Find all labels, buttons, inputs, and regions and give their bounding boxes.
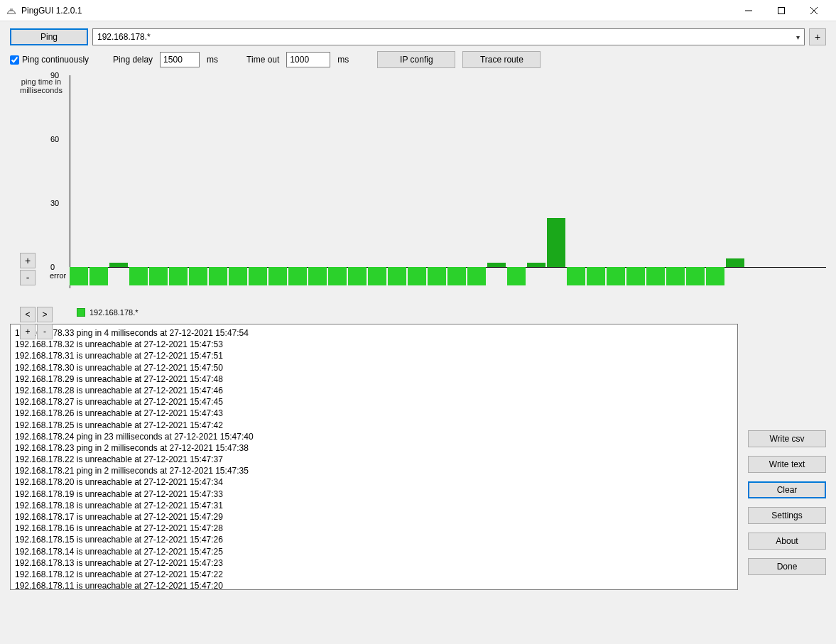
ping-bar xyxy=(408,267,426,285)
log-line[interactable]: 192.168.178.11 is unreachable at 27-12-2… xyxy=(15,580,733,590)
ping-bar xyxy=(209,267,227,285)
write-text-button[interactable]: Write text xyxy=(748,456,826,473)
log-listbox[interactable]: 192.168.178.33 ping in 4 milliseconds at… xyxy=(10,324,738,590)
ping-bar xyxy=(487,263,506,267)
ping-bar xyxy=(646,267,665,285)
log-line[interactable]: 192.168.178.13 is unreachable at 27-12-2… xyxy=(15,557,733,569)
window-title: PingGUI 1.2.0.1 xyxy=(21,6,82,16)
y-tick: 30 xyxy=(50,199,59,207)
log-line[interactable]: 192.168.178.26 is unreachable at 27-12-2… xyxy=(15,408,733,419)
legend-label: 192.168.178.* xyxy=(89,308,139,317)
address-combobox[interactable]: ▾ xyxy=(92,28,805,45)
titlebar: PingGUI 1.2.0.1 xyxy=(0,0,836,21)
log-line[interactable]: 192.168.178.24 ping in 23 milliseconds a… xyxy=(15,431,733,442)
log-line[interactable]: 192.168.178.33 ping in 4 milliseconds at… xyxy=(15,327,733,339)
ping-bar xyxy=(229,267,247,285)
ping-continuously-label: Ping continuously xyxy=(22,55,89,65)
log-line[interactable]: 192.168.178.17 is unreachable at 27-12-2… xyxy=(15,511,733,523)
log-line[interactable]: 192.168.178.27 is unreachable at 27-12-2… xyxy=(15,396,733,408)
log-line[interactable]: 192.168.178.15 is unreachable at 27-12-2… xyxy=(15,534,733,545)
log-line[interactable]: 192.168.178.29 is unreachable at 27-12-2… xyxy=(15,373,733,385)
ping-bar xyxy=(89,267,108,285)
ip-config-button[interactable]: IP config xyxy=(377,51,455,68)
ping-continuously-checkbox[interactable]: Ping continuously xyxy=(10,55,89,65)
log-line[interactable]: 192.168.178.12 is unreachable at 27-12-2… xyxy=(15,569,733,580)
ping-bar xyxy=(189,267,207,285)
ping-delay-label: Ping delay xyxy=(113,55,153,65)
close-button[interactable] xyxy=(798,0,830,21)
timeout-label: Time out xyxy=(246,55,279,65)
ping-bar xyxy=(268,267,287,285)
trace-route-button[interactable]: Trace route xyxy=(462,51,541,68)
log-line[interactable]: 192.168.178.28 is unreachable at 27-12-2… xyxy=(15,385,733,396)
ping-bar xyxy=(686,267,705,285)
ping-bar xyxy=(129,267,148,285)
ping-continuously-input[interactable] xyxy=(10,55,19,65)
scroll-right-button[interactable]: > xyxy=(37,307,53,322)
chevron-down-icon[interactable]: ▾ xyxy=(791,29,804,45)
ping-bar xyxy=(249,267,267,285)
ping-bar xyxy=(328,267,347,285)
ping-bar xyxy=(607,267,625,285)
log-line[interactable]: 192.168.178.20 is unreachable at 27-12-2… xyxy=(15,476,733,488)
minimize-button[interactable] xyxy=(732,0,765,21)
ping-bar xyxy=(447,267,466,285)
log-line[interactable]: 192.168.178.31 is unreachable at 27-12-2… xyxy=(15,350,733,361)
ms-label-2: ms xyxy=(337,55,349,65)
y-tick: 90 xyxy=(50,71,59,80)
ping-bar xyxy=(109,263,128,267)
ms-label-1: ms xyxy=(207,55,218,65)
maximize-button[interactable] xyxy=(765,0,798,21)
ping-bar xyxy=(547,218,565,267)
log-line[interactable]: 192.168.178.23 ping in 2 milliseconds at… xyxy=(15,442,733,454)
ping-button[interactable]: Ping xyxy=(10,28,88,45)
y-tick: 60 xyxy=(50,135,59,143)
ping-bar xyxy=(428,267,446,285)
ping-delay-input[interactable] xyxy=(160,52,200,67)
clear-button[interactable]: Clear xyxy=(748,481,826,498)
app-icon xyxy=(6,5,17,16)
done-button[interactable]: Done xyxy=(748,558,826,575)
write-csv-button[interactable]: Write csv xyxy=(748,430,826,447)
log-line[interactable]: 192.168.178.21 ping in 2 milliseconds at… xyxy=(15,465,733,476)
ping-bar xyxy=(567,267,585,285)
ping-bar xyxy=(368,267,386,285)
log-line[interactable]: 192.168.178.16 is unreachable at 27-12-2… xyxy=(15,523,733,534)
ping-bar xyxy=(169,267,188,285)
log-line[interactable]: 192.168.178.19 is unreachable at 27-12-2… xyxy=(15,489,733,500)
ping-bar xyxy=(527,263,545,267)
log-line[interactable]: 192.168.178.18 is unreachable at 27-12-2… xyxy=(15,500,733,511)
log-line[interactable]: 192.168.178.25 is unreachable at 27-12-2… xyxy=(15,420,733,431)
ping-bar xyxy=(70,267,88,285)
ping-bar xyxy=(388,267,406,285)
ping-chart: ping time inmilliseconds 0306090 error +… xyxy=(10,75,826,317)
ping-bar xyxy=(308,267,327,285)
log-line[interactable]: 192.168.178.14 is unreachable at 27-12-2… xyxy=(15,546,733,557)
ping-bar xyxy=(467,267,486,285)
log-line[interactable]: 192.168.178.32 is unreachable at 27-12-2… xyxy=(15,339,733,350)
x-zoom-out-button[interactable]: - xyxy=(37,324,53,339)
ping-bar xyxy=(507,267,526,285)
address-input[interactable] xyxy=(93,29,791,45)
log-line[interactable]: 192.168.178.22 is unreachable at 27-12-2… xyxy=(15,454,733,465)
timeout-input[interactable] xyxy=(286,52,330,67)
y-axis-label: ping time inmilliseconds xyxy=(20,77,63,94)
bars-container xyxy=(70,75,826,288)
log-line[interactable]: 192.168.178.30 is unreachable at 27-12-2… xyxy=(15,362,733,373)
legend-swatch xyxy=(77,308,85,317)
chart-legend: 192.168.178.* xyxy=(77,308,139,317)
x-zoom-in-button[interactable]: + xyxy=(20,324,36,339)
add-address-button[interactable]: + xyxy=(809,28,826,45)
settings-button[interactable]: Settings xyxy=(748,507,826,524)
y-zoom-in-button[interactable]: + xyxy=(20,253,36,268)
error-label: error xyxy=(50,271,66,280)
ping-bar xyxy=(288,267,307,285)
ping-bar xyxy=(348,267,367,285)
ping-bar xyxy=(149,267,168,285)
ping-bar xyxy=(626,267,645,285)
about-button[interactable]: About xyxy=(748,533,826,550)
ping-bar xyxy=(587,267,605,285)
ping-bar xyxy=(666,267,685,285)
y-zoom-out-button[interactable]: - xyxy=(20,270,36,285)
scroll-left-button[interactable]: < xyxy=(20,307,36,322)
